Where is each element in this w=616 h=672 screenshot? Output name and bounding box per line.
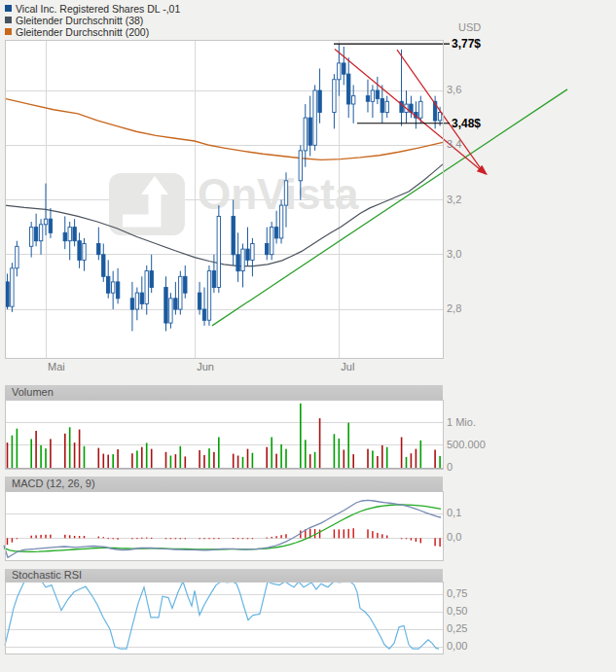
price-annotation-label: 3,48$ — [452, 117, 481, 130]
watermark-text: OnVista — [198, 170, 359, 218]
price-ytick-label: 3,6 — [447, 84, 461, 95]
macd-pane[interactable] — [4, 491, 443, 560]
x-axis-month-label: Jul — [341, 361, 354, 372]
macd-panel-header: MACD (12, 26, 9) — [5, 477, 443, 491]
legend-item-price: Vical Inc. Registered Shares DL -,01 — [5, 2, 180, 14]
volume-pane[interactable] — [5, 400, 443, 469]
stoch-ytick-label: 0,75 — [447, 587, 467, 599]
macd-ytick-label: 0,0 — [447, 531, 461, 543]
legend-label: Gleitender Durchschnitt (38) — [16, 15, 143, 26]
price-series-swatch-icon — [5, 5, 12, 12]
stoch-pane[interactable] — [5, 581, 443, 654]
volume-ytick-label: 500.000 — [447, 439, 486, 450]
price-ytick-label: 2,8 — [447, 302, 461, 314]
volume-ytick-label: 0 — [447, 461, 453, 473]
currency-unit-label: USD — [458, 21, 481, 33]
trend-arrowhead-icon — [477, 165, 488, 175]
legend-item-ma38: Gleitender Durchschnitt (38) — [5, 14, 180, 25]
x-axis-month-label: Mai — [48, 361, 65, 372]
stoch-ytick-label: 0,25 — [447, 622, 467, 634]
ma200-swatch-icon — [5, 28, 12, 35]
price-ytick-label: 3,4 — [447, 138, 461, 150]
macd-ytick-label: 0,1 — [447, 507, 461, 518]
ma38-swatch-icon — [5, 17, 12, 23]
price-pane[interactable]: OnVista — [5, 40, 567, 358]
price-annotation-label: 3,77$ — [452, 37, 481, 51]
volume-ytick-label: 1 Mio. — [447, 416, 476, 428]
stoch-ytick-label: 0,00 — [447, 640, 467, 652]
x-axis-month-label: Jun — [197, 361, 214, 372]
stoch-ytick-label: 0,50 — [447, 605, 467, 617]
legend-label: Vical Inc. Registered Shares DL -,01 — [16, 3, 180, 15]
legend-label: Gleitender Durchschnitt (200) — [16, 26, 149, 38]
price-ytick-label: 3,2 — [447, 194, 461, 205]
legend-item-ma200: Gleitender Durchschnitt (200) — [5, 25, 180, 37]
chart-legend: Vical Inc. Registered Shares DL -,01 Gle… — [5, 2, 180, 37]
stock-chart-widget: OnVista Vical Inc. Registered Shares DL … — [0, 0, 616, 672]
volume-panel-header: Volumen — [5, 385, 443, 400]
stoch-panel-header: Stochastic RSI — [5, 569, 443, 582]
price-ytick-label: 3,0 — [447, 248, 461, 260]
